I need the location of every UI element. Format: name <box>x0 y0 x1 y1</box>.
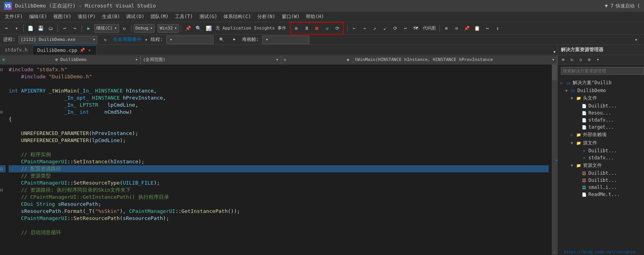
toolbar-btn-7[interactable]: 📊 <box>204 24 213 33</box>
solution-icon: 🗂 <box>566 80 571 86</box>
code-line-7: _In_ int nCmdShow) <box>9 109 549 116</box>
tree-project[interactable]: ▼ 🗃 DuilibDemo <box>558 87 644 94</box>
tab-scroll-btn[interactable]: ▾ <box>552 49 557 55</box>
menu-help[interactable]: 帮助(H) <box>303 12 327 21</box>
menu-build[interactable]: 生成(B) <box>99 12 123 21</box>
stack-selector[interactable]: ▾ <box>262 35 309 44</box>
scrollbar-thumb[interactable] <box>552 65 557 80</box>
sol-btn-settings[interactable]: ⚙ <box>585 56 593 64</box>
menu-view[interactable]: 视图(V) <box>50 12 74 21</box>
continue-arrow[interactable]: ▶ <box>84 24 93 33</box>
scope-full-dropdown[interactable]: (全局范围) ▾ <box>141 55 281 64</box>
tab-close-btn[interactable]: ✕ <box>87 48 91 52</box>
process-expand-btn[interactable]: ▾ <box>631 35 641 44</box>
function-dropdown[interactable]: ◈ ◈ _tWinMain(HINSTANCE hInstance, HINST… <box>281 55 558 64</box>
toolbar-extra-1[interactable]: ⊕ <box>442 24 451 33</box>
continue-dropdown[interactable]: 继续(C) ▾ <box>94 24 119 33</box>
tree-res-1[interactable]: 🖼 Duilibt... <box>558 170 644 177</box>
tree-source-folder[interactable]: ▼ 📁 源文件 <box>558 139 644 147</box>
codemap-icon[interactable]: 🗺 <box>411 24 421 33</box>
nav-back-btn[interactable]: ← <box>350 24 359 33</box>
solution-search-input[interactable] <box>561 67 644 75</box>
toolbar-extra-2[interactable]: ⊖ <box>452 24 462 33</box>
res2-icon: 🖼 <box>581 177 587 183</box>
toolbar-btn-3[interactable]: 💾 <box>36 24 45 33</box>
sol-btn-2[interactable]: ↻ <box>568 56 576 64</box>
nav-btn3[interactable]: ↙ <box>380 24 390 33</box>
menu-team[interactable]: 团队(M) <box>147 12 172 21</box>
process-selector[interactable]: [2132] DuilibDemo.exe ▾ <box>19 36 97 44</box>
restart-btn[interactable]: ↻ <box>120 24 129 33</box>
toolbar-extra-3[interactable]: 📌 <box>462 24 472 33</box>
toolbar-btn-4[interactable]: 🗂 <box>46 24 56 33</box>
nav-fwd-btn[interactable]: → <box>360 24 369 33</box>
tree-solution[interactable]: ▷ 🗂 解决方案"Duilib <box>558 79 644 87</box>
scope-dropdown[interactable]: ⊕ ⊕ DuilibDemo ▾ <box>0 55 141 64</box>
process-bar-right: ▾ <box>631 35 641 44</box>
tree-headers-folder[interactable]: ▼ 📁 头文件 <box>558 94 644 102</box>
toolbar-extra-6[interactable]: ↕ <box>493 24 503 33</box>
thread-selector[interactable]: ▾ <box>166 35 214 44</box>
scope-arrow: ▾ <box>135 57 138 62</box>
tree-h-2[interactable]: 📄 Resou... <box>558 109 644 116</box>
tree-external-folder[interactable]: ▷ 📁 外部依赖项 <box>558 131 644 139</box>
nav-btn4[interactable]: ⟳ <box>391 24 400 33</box>
menu-tools[interactable]: 工具(T) <box>172 12 196 21</box>
tree-res-2[interactable]: 🖼 Duilibt... <box>558 177 644 184</box>
toolbar-extra-4[interactable]: 📋 <box>473 24 482 33</box>
menu-debug[interactable]: 调试(D) <box>123 12 147 21</box>
code-line-14: CPaintManagerUI::SetInstance(hInstance); <box>9 158 549 165</box>
tree-img-1[interactable]: 🖼 small.i... <box>558 184 644 191</box>
tree-h-1[interactable]: 📄 Duilibt... <box>558 102 644 109</box>
menu-window[interactable]: 窗口(W) <box>279 12 303 21</box>
menu-test[interactable]: 测试(G) <box>196 12 221 21</box>
res-arrow: ▼ <box>570 163 574 168</box>
toolbar-btn-5[interactable]: 📌 <box>183 24 193 33</box>
nav-btn5[interactable]: ↩ <box>401 24 410 33</box>
toolbar-btn-6[interactable]: 🔍 <box>194 24 203 33</box>
redo-btn[interactable]: ↪ <box>70 24 80 33</box>
toolbar-btn-2[interactable]: 📄 <box>26 24 35 33</box>
sep1 <box>23 25 24 32</box>
scrollbar-down-arrow[interactable]: ▾ <box>552 249 557 255</box>
code-content[interactable]: #include "stdafx.h" #include "DuilibDemo… <box>6 65 552 255</box>
menu-file[interactable]: 文件(F) <box>2 12 26 21</box>
tree-cpp-1[interactable]: ⚡ Duilibt... <box>558 147 644 154</box>
tree-h-4[interactable]: 📄 target... <box>558 124 644 131</box>
code-editor[interactable]: ⊟ ⊟ ⊟ ⊟ <box>0 65 557 255</box>
thread-search-btn[interactable]: 🔍 <box>217 35 226 44</box>
debug-restart-btn restart[interactable]: ↺ <box>322 24 332 33</box>
scope-icon: ⊕ <box>2 57 5 62</box>
tree-readme[interactable]: 📄 ReadMe.t... <box>558 191 644 198</box>
debug-config-dropdown[interactable]: Debug ▾ <box>134 24 155 33</box>
tab-stdafx[interactable]: stdafx.h <box>0 45 33 55</box>
undo-btn[interactable]: ↩ <box>60 24 69 33</box>
code-line-12 <box>9 144 549 151</box>
debug-pause-btn pause[interactable]: ⏸ <box>302 24 311 33</box>
proj-arrow: ▼ <box>564 89 569 93</box>
debug-settings-btn[interactable]: ⚙ <box>292 24 301 33</box>
code-line-19: // CPaintManagerUI::GetInstancePath() 执行… <box>9 194 549 201</box>
tree-h-3[interactable]: 📄 stdafx... <box>558 116 644 124</box>
ind-22 <box>0 215 6 222</box>
sol-btn-1[interactable]: ⊕ <box>559 56 567 64</box>
toolbar-extra-5[interactable]: ↔ <box>483 24 492 33</box>
tree-cpp-2[interactable]: ⚡ stdafx... <box>558 154 644 161</box>
menu-architecture[interactable]: 体系结构(C) <box>220 12 254 21</box>
menu-project[interactable]: 项目(P) <box>74 12 99 21</box>
debug-stop-btn stop[interactable]: ⏹ <box>312 24 322 33</box>
platform-dropdown[interactable]: Win32 ▾ <box>158 24 179 33</box>
sol-btn-filter[interactable]: ▾ <box>594 56 602 64</box>
toolbar-back-btn[interactable]: ⬅ <box>2 24 11 33</box>
nav-btn2[interactable]: ↗ <box>370 24 380 33</box>
tab-duilibdemo-cpp[interactable]: DuilibDemo.cpp 📌 ✕ <box>33 45 97 55</box>
menu-edit[interactable]: 编辑(E) <box>26 12 50 21</box>
tree-res-folder[interactable]: ▼ 📁 资源文件 <box>558 161 644 170</box>
thread-flag-btn[interactable]: ⚑ <box>229 35 239 44</box>
debug-extra-btn[interactable]: ⟳ <box>333 24 342 33</box>
vertical-scrollbar[interactable]: ▾ <box>552 65 557 255</box>
toolbar-dropdown-1[interactable]: ▾ <box>12 24 21 33</box>
menu-analyze[interactable]: 分析(N) <box>254 12 279 21</box>
process-refresh-btn[interactable]: ↻ <box>101 35 110 44</box>
sol-btn-home[interactable]: ⌂ <box>577 56 584 64</box>
